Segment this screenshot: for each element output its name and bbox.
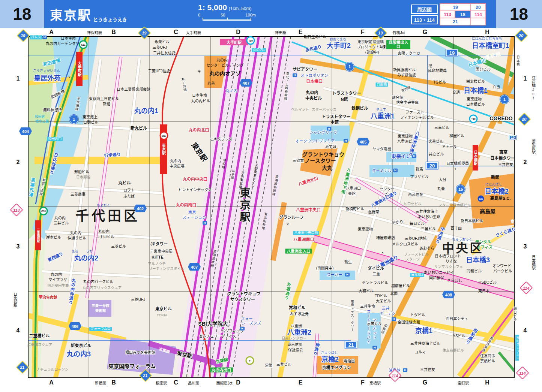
map-label: グランルーフ: [279, 215, 303, 220]
map-label: ドトール: [442, 145, 457, 149]
map-label: HSBCビル: [479, 281, 497, 284]
map-label: 百五: [493, 85, 500, 89]
map-label: H: [412, 154, 416, 158]
map-label: 三菱商事: [71, 193, 86, 196]
map-label: 日本橋タワー: [490, 156, 515, 160]
map-label: 大分: [439, 178, 446, 182]
map-label: グラントウキョウ: [302, 152, 344, 157]
metro-station-mark: C10: [39, 207, 48, 215]
map-label: 三井生命: [360, 305, 375, 308]
map-label: サピアタワー: [293, 67, 317, 72]
page-badge-number: 20: [519, 33, 524, 38]
map-label: ファースト: [405, 111, 424, 114]
map-label: フォーラム口: [89, 327, 112, 331]
edge-station-label: 日比谷駅: [12, 292, 18, 307]
station-bar: 日本橋駅: [473, 145, 478, 171]
grid-row-label: 1: [524, 75, 527, 82]
map-label: 住友商事ビル: [442, 349, 464, 352]
grid-col-label: F: [361, 29, 365, 36]
map-label: ステーション: [183, 215, 206, 220]
map-label: H: [392, 317, 396, 321]
page-badge-number: 21: [20, 365, 25, 370]
page-badge-number: 21: [143, 373, 148, 378]
map-label: 信金中央金庫: [396, 101, 419, 105]
map-label: 共立ビル: [429, 153, 444, 156]
map-label: ゆかり: [392, 220, 403, 224]
map-label: 三省堂: [293, 159, 304, 163]
map-label: 丸の内: [51, 273, 62, 277]
grid-station-label: 大手町駅: [186, 30, 201, 35]
map-label: ふたば: [123, 195, 135, 198]
map-label: 東陽テクニカ: [398, 52, 420, 55]
grid-station-label: 竹橋Jct: [393, 30, 405, 35]
map-label: スーパー: [327, 273, 342, 277]
map-label: 日動ビル: [83, 121, 98, 124]
map-label: ヤマダ電機: [372, 147, 391, 151]
map-label: 卍: [428, 64, 432, 68]
grid-col-label: H: [485, 379, 489, 386]
map-label: 椿屋珈琲店: [376, 236, 395, 240]
map-label: フォー: [241, 317, 253, 321]
map-label: COREDO: [489, 116, 512, 121]
grid-col-label: A: [49, 379, 54, 386]
grid-station-label: 西銀座Jct: [216, 380, 233, 386]
map-label: みずほ証券: [290, 312, 309, 316]
map-label: スターツ: [405, 257, 420, 261]
map-label: セントラルビル: [362, 281, 388, 285]
map-label: 八重洲1: [371, 113, 395, 120]
map-label: 無料休憩所: [43, 108, 62, 112]
map-label: 東京: [188, 210, 196, 214]
map-label: 高島屋: [480, 209, 495, 214]
map-label: 会館: [348, 192, 356, 196]
map-label: 呉服橋: [375, 82, 388, 87]
map-label: 東京海上日動ビル: [89, 97, 119, 101]
map-label: 東京駅前常盤橋: [357, 40, 384, 44]
map-label: 東京信用: [287, 343, 302, 347]
map-label: 東京駅: [239, 187, 249, 223]
map-label: YSビル: [453, 334, 465, 338]
map-label: 新日本橋ビル: [461, 219, 483, 223]
map-label: 新生: [344, 260, 352, 264]
map-label: N館: [341, 97, 348, 102]
map-label: ×: [287, 223, 289, 226]
map-label: 三重: [372, 272, 380, 276]
map-label: みずほ信託: [397, 73, 416, 77]
grid-col-label: C: [174, 29, 178, 36]
map-label: トラストタワー: [332, 91, 361, 96]
map-label: 千代田区: [75, 209, 140, 223]
map-label: 三井住友: [420, 368, 435, 372]
map-label: 東京建物: [358, 227, 373, 231]
map-label: 京橋1: [415, 328, 432, 335]
bottom-margin: [0, 387, 542, 392]
map-label: 日本橋3: [466, 257, 490, 264]
map-label: 新呉服橋ビル: [393, 68, 416, 72]
map-label: コートヤードバイ: [366, 310, 371, 344]
route-shield: 15: [456, 185, 465, 194]
map-label: センチュリープレイス: [199, 335, 236, 338]
map-label: サウスタワー: [230, 298, 255, 302]
station-bar: 二重橋前駅: [35, 220, 41, 250]
map-label: 丸の内1: [134, 108, 158, 115]
map-label: 丸の内: [216, 58, 228, 62]
map-label: H: [403, 368, 407, 372]
map-label: 毎日ビル: [410, 222, 425, 226]
grid-row-label: 3: [524, 243, 527, 250]
map-label: 三井住友信託: [153, 51, 176, 55]
map-label: 丸ビル: [119, 181, 131, 185]
map-label: ターミナル: [372, 169, 392, 173]
map-label: 三菱UFJ: [153, 46, 167, 49]
map-label: ガーデン: [380, 311, 396, 316]
map-label: 大丸: [322, 165, 332, 171]
map-label: 大手町2: [327, 42, 351, 49]
map-label: 丸の内: [98, 230, 110, 233]
grid-col-label: C: [174, 379, 178, 386]
map-label: 柳屋ビル: [449, 134, 464, 138]
map-label: 二重橋スクエア: [27, 343, 53, 347]
map-label: 相田みつを美術館: [125, 351, 155, 355]
page-ref-box: 20: [426, 162, 438, 169]
map-label: KITTE: [152, 255, 164, 259]
grid-station-label: 銀座駅: [156, 380, 167, 386]
map-label: 中央広場: [170, 165, 185, 168]
road-shield: 408: [442, 291, 455, 299]
map-label: オンワード: [492, 264, 511, 268]
